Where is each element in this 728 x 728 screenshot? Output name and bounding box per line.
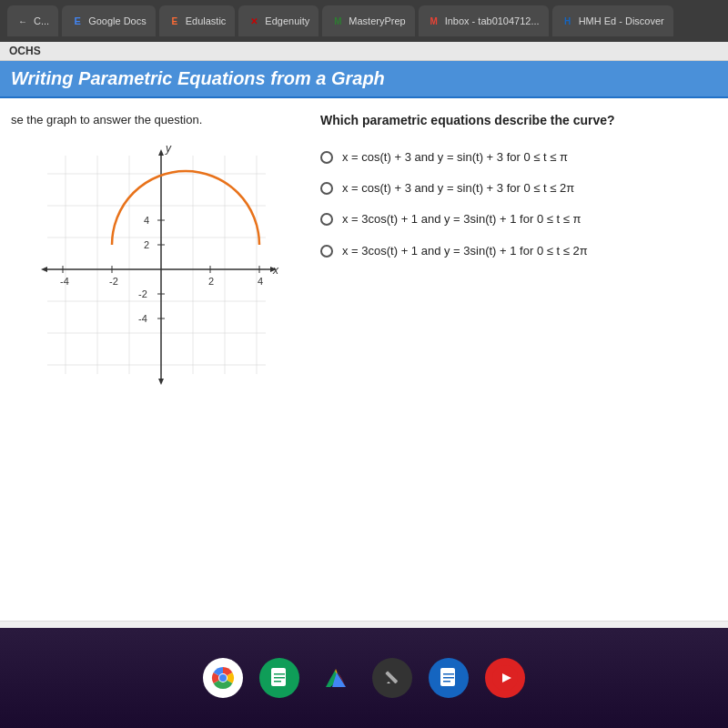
graph-svg: -2 -4 2 4 4 2 -2 -4 [29,137,284,392]
hmh-icon: H [561,15,574,27]
choice-a[interactable]: x = cos(t) + 3 and y = sin(t) + 3 for 0 … [320,149,717,166]
svg-marker-17 [158,149,164,156]
tab-gmail-label: Inbox - tab0104712... [445,15,540,26]
back-icon: ← [16,15,29,27]
main-content: OCHS Writing Parametric Equations from a… [0,42,728,628]
left-panel: se the graph to answer the question. [11,113,302,606]
tab-back[interactable]: ← C... [7,5,58,36]
gmail-icon: M [428,15,440,27]
page-title-bar: Writing Parametric Equations from a Grap… [0,61,728,98]
svg-text:2: 2 [144,239,149,250]
tab-bar: ← C... E Google Docs E Edulastic ✕ Edgen… [0,0,728,42]
parametric-curve [112,171,259,245]
taskbar-icons [203,658,525,698]
ochs-bar: OCHS [0,42,728,61]
choice-d[interactable]: x = 3cos(t) + 1 and y = 3sin(t) + 1 for … [320,243,717,259]
svg-text:y: y [165,142,172,155]
svg-marker-18 [158,379,164,385]
svg-rect-57 [443,681,450,682]
graph-container: -2 -4 2 4 4 2 -2 -4 [29,137,284,392]
choice-c-text: x = 3cos(t) + 1 and y = 3sin(t) + 1 for … [342,211,581,228]
radio-c[interactable] [320,213,333,226]
choice-a-text: x = cos(t) + 3 and y = sin(t) + 3 for 0 … [342,149,568,166]
svg-marker-19 [41,267,47,272]
gdocs-icon: E [71,15,84,27]
tab-mastery-label: MasteryPrep [349,15,405,26]
choice-c[interactable]: x = 3cos(t) + 1 and y = 3sin(t) + 1 for … [320,211,717,228]
tab-edgenuity[interactable]: ✕ Edgenuity [238,5,318,36]
page-title: Writing Parametric Equations from a Grap… [11,68,717,89]
tab-hmh[interactable]: H HMH Ed - Discover [552,5,673,36]
edgenuity-icon: ✕ [248,15,260,27]
edulastic-icon: E [168,15,181,27]
svg-text:-4: -4 [138,313,147,324]
tab-mastery[interactable]: M MasteryPrep [322,5,414,36]
radio-d[interactable] [320,245,333,258]
docs-taskbar-icon[interactable] [429,658,469,698]
tab-gdocs[interactable]: E Google Docs [62,5,156,36]
which-question-text: Which parametric equations describe the … [320,113,717,127]
content-area: se the graph to answer the question. [0,98,728,621]
svg-point-41 [219,674,227,682]
sheets-taskbar-icon[interactable] [259,658,299,698]
tab-edgenuity-label: Edgenuity [265,15,309,26]
svg-text:4: 4 [258,276,263,287]
choice-b-text: x = cos(t) + 3 and y = sin(t) + 3 for 0 … [342,180,574,197]
tab-edulastic[interactable]: E Edulastic [159,5,236,36]
tab-gmail[interactable]: M Inbox - tab0104712... [419,5,549,36]
play-taskbar-icon[interactable] [485,658,525,698]
svg-text:-2: -2 [138,288,147,299]
mastery-icon: M [331,15,344,27]
radio-b[interactable] [320,182,333,195]
pencil-taskbar-icon[interactable] [372,658,412,698]
svg-text:2: 2 [208,276,214,287]
done-area: ✓ Done [0,621,728,628]
svg-text:-2: -2 [109,276,118,287]
svg-rect-44 [274,677,285,679]
svg-rect-43 [274,673,285,675]
tab-back-label: C... [34,15,49,26]
org-label: OCHS [9,45,41,57]
svg-text:-4: -4 [60,276,69,287]
svg-marker-53 [387,682,390,683]
tab-hmh-label: HMH Ed - Discover [579,15,664,26]
choice-b[interactable]: x = cos(t) + 3 and y = sin(t) + 3 for 0 … [320,180,717,197]
taskbar [0,628,728,728]
svg-text:x: x [272,264,279,277]
svg-text:4: 4 [144,215,149,226]
svg-rect-52 [385,671,398,683]
tab-gdocs-label: Google Docs [88,15,147,26]
radio-a[interactable] [320,151,333,164]
drive-taskbar-icon[interactable] [316,658,356,698]
instruction-text: se the graph to answer the question. [11,113,302,126]
svg-rect-55 [443,673,454,675]
right-panel: Which parametric equations describe the … [320,113,717,606]
svg-rect-56 [443,677,454,679]
chrome-taskbar-icon[interactable] [203,658,243,698]
tab-edulastic-label: Edulastic [186,15,227,26]
svg-rect-45 [274,681,281,682]
choice-d-text: x = 3cos(t) + 1 and y = 3sin(t) + 1 for … [342,243,588,259]
